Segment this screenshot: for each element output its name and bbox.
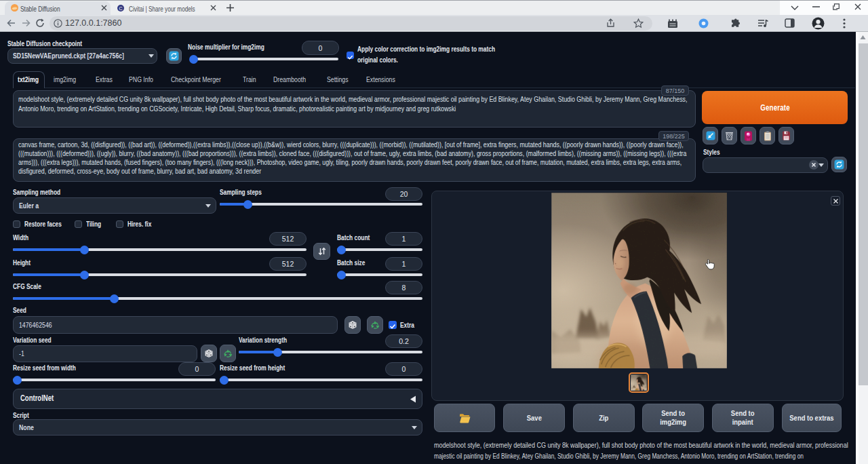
svg-text:C: C bbox=[119, 6, 122, 11]
